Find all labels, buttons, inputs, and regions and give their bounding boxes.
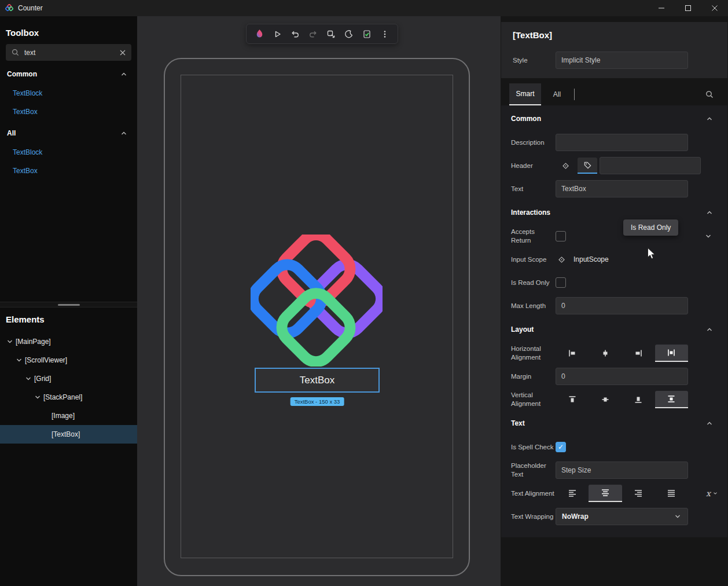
halign-center-button[interactable] — [589, 345, 622, 362]
properties-header-card: [TextBox] Style — [501, 22, 727, 78]
tab-separator — [574, 89, 575, 100]
valign-center-button[interactable] — [589, 391, 622, 408]
chevron-up-icon — [120, 70, 128, 78]
tree-item-image[interactable]: [Image] — [0, 406, 137, 425]
toolbox-item-textblock[interactable]: TextBlock — [0, 84, 137, 102]
accepts-return-checkbox[interactable] — [556, 231, 566, 241]
input-scope-value[interactable]: InputScope — [573, 255, 609, 263]
splitter-grip-icon — [58, 304, 80, 306]
titlebar: Counter — [0, 0, 728, 16]
chevron-up-icon[interactable] — [705, 208, 714, 217]
row-text-wrapping: Text Wrapping NoWrap — [501, 505, 727, 528]
is-read-only-tooltip: Is Read Only — [623, 219, 678, 236]
toolbox-section-all[interactable]: All — [0, 123, 137, 143]
tab-smart[interactable]: Smart — [509, 83, 541, 105]
text-align-center-button[interactable] — [589, 485, 622, 502]
validation-check-icon[interactable] — [360, 27, 374, 41]
text-wrapping-select[interactable]: NoWrap — [556, 508, 688, 525]
row-max-length: Max Length — [501, 294, 727, 317]
valign-stretch-button[interactable] — [655, 391, 688, 408]
app-window: Counter Toolbox — [0, 0, 728, 586]
search-icon — [11, 48, 20, 57]
expression-x-icon[interactable]: x — [706, 489, 718, 498]
app-logo-image[interactable] — [251, 235, 383, 367]
size-badge: TextBox - 150 x 33 — [291, 397, 344, 406]
clear-search-icon[interactable] — [119, 49, 126, 56]
maximize-button[interactable] — [675, 0, 701, 16]
halign-right-button[interactable] — [622, 345, 655, 362]
header-input[interactable] — [600, 157, 701, 174]
properties-search-icon[interactable] — [705, 90, 714, 99]
play-button[interactable] — [270, 27, 284, 41]
chevron-down-icon[interactable] — [704, 232, 712, 240]
more-options-icon[interactable] — [378, 27, 392, 41]
toolbox-section-common[interactable]: Common — [0, 64, 137, 84]
text-align-justify-button[interactable] — [655, 485, 688, 502]
elements-title: Elements — [0, 307, 137, 324]
tree-item-mainpage[interactable]: [MainPage] — [0, 332, 137, 351]
chevron-down-icon[interactable] — [24, 375, 32, 383]
section-layout[interactable]: Layout — [501, 317, 727, 342]
tree-item-textbox[interactable]: [TextBox] — [0, 425, 137, 444]
toolbox-item-textblock-all[interactable]: TextBlock — [0, 143, 137, 162]
max-length-input[interactable] — [556, 297, 688, 314]
chevron-up-icon[interactable] — [705, 115, 714, 123]
tree-item-stackpanel[interactable]: [StackPanel] — [0, 388, 137, 406]
text-input[interactable] — [556, 180, 688, 197]
is-read-only-checkbox[interactable] — [556, 277, 566, 288]
toolbox-item-textbox-all[interactable]: TextBox — [0, 162, 137, 180]
selected-textbox-element[interactable]: TextBox — [255, 368, 380, 393]
selected-element-title: [TextBox] — [513, 30, 716, 40]
halign-left-button[interactable] — [556, 345, 589, 362]
text-alignment-group — [556, 485, 688, 502]
properties-content: Common Description Header — [501, 105, 727, 537]
tag-icon[interactable] — [578, 158, 597, 174]
row-is-read-only: Is Read Only — [501, 271, 727, 294]
row-is-spell-check: Is Spell Check ✓ — [501, 435, 727, 459]
row-vertical-alignment: Vertical Alignment — [501, 388, 727, 411]
minimize-button[interactable] — [648, 0, 675, 16]
halign-stretch-button[interactable] — [655, 345, 688, 362]
window-title: Counter — [18, 4, 43, 12]
chevron-up-icon[interactable] — [705, 419, 714, 427]
section-text[interactable]: Text — [501, 411, 727, 435]
section-common[interactable]: Common — [501, 107, 727, 131]
toolbox-item-textbox[interactable]: TextBox — [0, 102, 137, 121]
row-placeholder-text: Placeholder Text — [501, 459, 727, 482]
section-interactions[interactable]: Interactions — [501, 200, 727, 225]
valign-bottom-button[interactable] — [622, 391, 655, 408]
elements-panel: Elements [MainPage] [ScrollViewer] [Grid… — [0, 307, 137, 586]
tree-item-scrollviewer[interactable]: [ScrollViewer] — [0, 351, 137, 369]
text-align-left-button[interactable] — [556, 485, 589, 502]
left-sidebar: Toolbox Common TextBlock TextBox All Tex… — [0, 16, 137, 586]
style-input[interactable] — [556, 52, 688, 69]
placeholder-text-input[interactable] — [556, 462, 688, 479]
element-picker-icon[interactable] — [324, 27, 338, 41]
expression-icon[interactable] — [556, 158, 575, 174]
is-spell-check-checkbox[interactable]: ✓ — [556, 442, 566, 452]
redo-icon[interactable] — [306, 27, 320, 41]
theme-toggle-moon-icon[interactable] — [342, 27, 356, 41]
tree-item-grid[interactable]: [Grid] — [0, 369, 137, 388]
row-accepts-return: Accepts Return — [501, 225, 727, 248]
undo-icon[interactable] — [288, 27, 302, 41]
margin-input[interactable] — [556, 368, 688, 385]
expression-icon[interactable] — [557, 255, 566, 264]
toolbox-search[interactable] — [6, 44, 131, 61]
chevron-down-icon[interactable] — [15, 356, 23, 364]
close-button[interactable] — [701, 0, 728, 16]
tab-all[interactable]: All — [541, 83, 573, 105]
row-horizontal-alignment: Horizontal Alignment — [501, 342, 727, 365]
valign-top-button[interactable] — [556, 391, 589, 408]
description-input[interactable] — [556, 134, 688, 151]
toolbox-title: Toolbox — [0, 16, 137, 38]
chevron-up-icon[interactable] — [705, 325, 714, 334]
text-align-right-button[interactable] — [622, 485, 655, 502]
toolbox-panel: Toolbox Common TextBlock TextBox All Tex… — [0, 16, 137, 302]
hot-reload-flame-icon[interactable] — [252, 27, 266, 41]
chevron-down-icon[interactable] — [6, 338, 14, 346]
design-canvas[interactable]: TextBox TextBox - 150 x 33 — [137, 16, 501, 586]
chevron-down-icon[interactable] — [34, 393, 42, 401]
toolbox-search-input[interactable] — [24, 49, 119, 57]
sidebar-splitter[interactable] — [0, 302, 137, 307]
